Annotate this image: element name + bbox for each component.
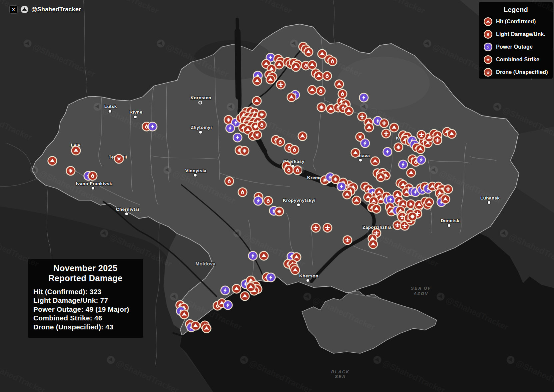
legend-item-hit-confirmed: Hit (Confirmed) [483, 15, 553, 28]
city-label: Chernivtsi [116, 207, 139, 212]
marker-combined-strike [317, 103, 326, 112]
combined-strike-icon [483, 55, 493, 64]
city-dot [125, 212, 128, 215]
marker-hit-confirmed [48, 157, 57, 165]
marker-circle [316, 87, 325, 95]
marker-power-outage [417, 156, 425, 164]
combined-strike-icon [226, 117, 231, 122]
marker-light-damage [284, 166, 293, 174]
light-damage-icon [483, 30, 493, 39]
marker-hit-confirmed [304, 48, 313, 56]
city-label: Korosten [191, 95, 211, 100]
marker-power-outage [233, 133, 242, 142]
marker-power-outage [226, 124, 235, 133]
city-dot [91, 187, 95, 190]
marker-hit-confirmed [344, 107, 353, 115]
marker-drone-unspecified [433, 136, 442, 145]
marker-circle [276, 138, 284, 146]
marker-hit-confirmed [260, 251, 268, 260]
marker-light-damage [338, 90, 347, 98]
shade-ne [336, 57, 430, 110]
combined-strike-icon [357, 134, 362, 139]
marker-hit-confirmed [343, 190, 351, 199]
combined-strike-icon [116, 156, 121, 161]
combined-strike-icon [333, 177, 338, 182]
stats-line: Combined Strike: 46 [33, 314, 138, 322]
marker-hit-confirmed [351, 149, 360, 157]
legend-box: Legend Hit (Confirmed) Light Damage/Unk.… [479, 2, 553, 79]
marker-combined-strike [275, 207, 283, 216]
city-dot [447, 224, 451, 227]
marker-hit-confirmed [308, 86, 316, 94]
marker-drone-unspecified [323, 223, 332, 232]
marker-hit-confirmed [352, 196, 361, 205]
marker-hit-confirmed [202, 324, 211, 333]
marker-hit-confirmed [390, 123, 398, 132]
marker-circle [328, 57, 337, 66]
marker-light-damage [316, 87, 325, 95]
city-dot [306, 279, 309, 282]
city-label: Ivano-Frankivsk [76, 181, 112, 186]
legend-items: Hit (Confirmed) Light Damage/Unk. Power … [479, 15, 553, 79]
legend-item-label: Hit (Confirmed) [496, 19, 536, 25]
legend-item-label: Combined Strike [496, 57, 539, 63]
stats-lines: Hit (Confirmed): 323Light Damage/Unk: 77… [33, 287, 138, 331]
marker-light-damage [264, 196, 273, 205]
country-label-moldova: Moldova [196, 261, 216, 266]
marker-power-outage [337, 182, 346, 191]
marker-light-damage [293, 166, 302, 175]
marker-hit-confirmed [191, 321, 200, 330]
x-logo: X [9, 5, 18, 14]
shahedtracker-damage-map: LutskRivneKorostenZhytomyrLvivTernopilIv… [0, 0, 554, 392]
marker-power-outage [359, 93, 368, 102]
combined-strike-icon [319, 105, 324, 110]
combined-strike-icon [408, 201, 413, 206]
stats-line: Hit (Confirmed): 323 [33, 287, 138, 296]
marker-light-damage [328, 57, 337, 66]
marker-hit-confirmed [407, 169, 415, 177]
marker-hit-confirmed [365, 123, 373, 132]
sea-label: AZOV [413, 291, 429, 296]
marker-power-outage [221, 286, 230, 295]
marker-drone-unspecified [382, 129, 390, 138]
marker-hit-confirmed [376, 173, 385, 182]
marker-drone-unspecified [277, 80, 285, 89]
legend-item-label: Drone (Unspecified) [496, 69, 548, 75]
marker-light-damage [238, 188, 247, 196]
stats-line: Light Damage/Unk: 77 [33, 296, 138, 305]
marker-hit-confirmed [266, 75, 275, 84]
marker-hit-confirmed [298, 132, 307, 141]
marker-power-outage [249, 251, 257, 260]
marker-hit-confirmed [247, 283, 255, 291]
marker-hit-confirmed [287, 93, 296, 102]
marker-combined-strike [253, 131, 262, 139]
marker-combined-strike [115, 155, 123, 163]
marker-power-outage [254, 196, 263, 205]
marker-drone-unspecified [311, 223, 320, 232]
city-label: Luhansk [480, 196, 500, 200]
marker-hit-confirmed [416, 145, 425, 154]
marker-circle [284, 166, 293, 174]
marker-light-damage [225, 177, 234, 186]
marker-hit-confirmed [291, 63, 300, 71]
marker-circle [88, 172, 97, 180]
sea-label: SEA [335, 374, 346, 379]
stats-title-line2: Reported Damage [33, 273, 138, 283]
legend-title: Legend [479, 4, 553, 15]
marker-circle [290, 146, 299, 154]
marker-combined-strike [408, 212, 417, 221]
marker-hit-confirmed [447, 130, 456, 138]
marker-hit-confirmed [372, 204, 381, 213]
combined-strike-icon [242, 148, 247, 153]
hit-confirmed-icon [483, 17, 493, 26]
legend-item-label: Light Damage/Unk. [496, 31, 545, 37]
marker-hit-confirmed [425, 198, 433, 206]
marker-combined-strike [240, 147, 249, 155]
city-label: Lutsk [104, 104, 117, 109]
marker-drone-unspecified [343, 236, 352, 244]
marker-hit-confirmed [253, 97, 261, 105]
header: X @ShahedTracker [9, 5, 81, 14]
x-logo-glyph: X [12, 7, 15, 12]
city-dot [108, 110, 112, 113]
city-dot [134, 115, 137, 119]
